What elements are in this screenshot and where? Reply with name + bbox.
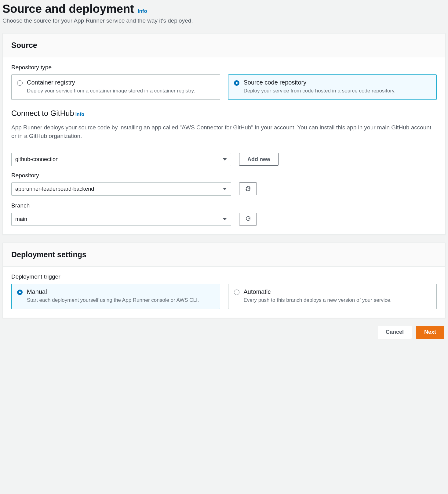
tile-title: Source code repository: [244, 79, 396, 86]
chevron-down-icon: [223, 158, 227, 160]
deployment-heading: Deployment settings: [11, 250, 437, 259]
refresh-icon: [245, 216, 251, 222]
source-panel: Source Repository type Container registr…: [2, 33, 446, 235]
tile-desc: Every push to this branch deploys a new …: [244, 297, 392, 304]
branch-select[interactable]: main: [11, 213, 231, 226]
connection-select-value: github-connection: [15, 156, 59, 163]
tile-title: Container registry: [27, 79, 195, 86]
info-link-page[interactable]: Info: [138, 8, 147, 14]
tile-source-code-repository[interactable]: Source code repository Deploy your servi…: [228, 74, 437, 100]
tile-title: Automatic: [244, 288, 392, 295]
page-subtitle: Choose the source for your App Runner se…: [2, 17, 446, 33]
repository-select[interactable]: apprunner-leaderboard-backend: [11, 182, 231, 196]
page-title: Source and deployment: [2, 2, 134, 16]
radio-icon: [17, 80, 23, 86]
deployment-panel-header: Deployment settings: [3, 243, 445, 267]
tile-container-registry[interactable]: Container registry Deploy your service f…: [11, 74, 220, 100]
next-button[interactable]: Next: [416, 326, 444, 339]
add-new-button[interactable]: Add new: [239, 153, 279, 166]
tile-automatic-trigger[interactable]: Automatic Every push to this branch depl…: [228, 284, 437, 309]
repository-type-label: Repository type: [11, 64, 437, 71]
connect-github-desc: App Runner deploys your source code by i…: [11, 123, 437, 141]
tile-desc: Start each deployment yourself using the…: [27, 297, 199, 304]
deployment-settings-panel: Deployment settings Deployment trigger M…: [2, 243, 446, 318]
repository-select-value: apprunner-leaderboard-backend: [15, 186, 94, 192]
deployment-trigger-label: Deployment trigger: [11, 273, 437, 280]
repository-label: Repository: [11, 172, 437, 179]
source-panel-header: Source: [3, 34, 445, 57]
branch-select-value: main: [15, 216, 27, 222]
tile-title: Manual: [27, 288, 199, 295]
tile-desc: Deploy your service from code hosted in …: [244, 87, 396, 95]
connection-select[interactable]: github-connection: [11, 153, 231, 166]
radio-icon: [234, 290, 239, 295]
refresh-icon: [245, 186, 251, 192]
footer-actions: Cancel Next: [2, 326, 446, 339]
tile-desc: Deploy your service from a container ima…: [27, 87, 195, 95]
source-heading: Source: [11, 41, 437, 50]
radio-icon: [17, 290, 23, 295]
refresh-branch-button[interactable]: [239, 213, 257, 225]
info-link-connect[interactable]: Info: [75, 112, 84, 117]
refresh-repository-button[interactable]: [239, 182, 257, 195]
radio-icon: [234, 80, 239, 86]
tile-manual-trigger[interactable]: Manual Start each deployment yourself us…: [11, 284, 220, 309]
cancel-button[interactable]: Cancel: [378, 326, 412, 339]
chevron-down-icon: [223, 188, 227, 190]
branch-label: Branch: [11, 202, 437, 209]
connect-github-title: Connect to GitHub: [11, 109, 74, 118]
chevron-down-icon: [223, 218, 227, 220]
